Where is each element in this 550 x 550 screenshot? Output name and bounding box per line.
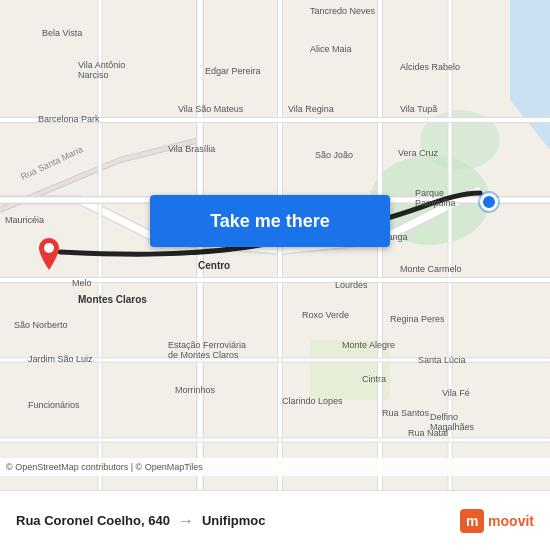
map-container: © OpenStreetMap contributors | © OpenMap… bbox=[0, 0, 550, 490]
route-info: Rua Coronel Coelho, 640 → Unifipmoc bbox=[16, 512, 460, 530]
moovit-m-icon: m bbox=[460, 509, 484, 533]
arrow-icon: → bbox=[178, 512, 194, 530]
attribution-text: © OpenStreetMap contributors | © OpenMap… bbox=[6, 462, 203, 472]
moovit-logo: m moovit bbox=[460, 509, 534, 533]
route-display: Rua Coronel Coelho, 640 → Unifipmoc bbox=[16, 512, 460, 530]
moovit-text: moovit bbox=[488, 513, 534, 529]
take-me-there-button[interactable]: Take me there bbox=[150, 195, 390, 247]
svg-point-25 bbox=[44, 243, 54, 253]
to-label: Unifipmoc bbox=[202, 513, 266, 528]
footer-bar: Rua Coronel Coelho, 640 → Unifipmoc m mo… bbox=[0, 490, 550, 550]
destination-pin bbox=[35, 238, 63, 274]
from-label: Rua Coronel Coelho, 640 bbox=[16, 513, 170, 528]
origin-dot bbox=[480, 193, 498, 211]
